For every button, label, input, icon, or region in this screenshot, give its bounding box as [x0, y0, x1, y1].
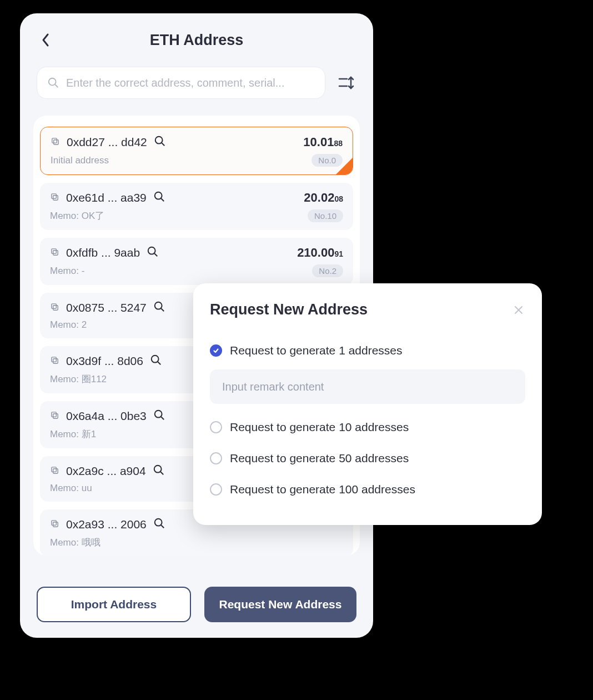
request-new-address-button[interactable]: Request New Address — [204, 587, 356, 622]
svg-point-31 — [154, 466, 161, 473]
svg-point-0 — [49, 78, 56, 86]
svg-rect-14 — [52, 248, 57, 253]
memo-text: Initial address — [51, 155, 109, 166]
svg-rect-33 — [53, 522, 58, 527]
option-label: Request to generate 10 addresses — [230, 421, 409, 434]
request-modal: Request New Address Request to generate … — [193, 283, 542, 525]
address-text: 0x0875 ... 5247 — [66, 301, 147, 314]
index-badge: No.10 — [308, 209, 343, 222]
option-label: Request to generate 50 addresses — [230, 452, 409, 465]
request-option[interactable]: Request to generate 1 addresses — [210, 335, 525, 366]
search-icon — [47, 77, 59, 89]
svg-line-1 — [55, 84, 58, 87]
svg-rect-29 — [53, 468, 58, 473]
memo-text: Memo: 圈112 — [50, 373, 107, 386]
copy-icon[interactable] — [50, 411, 59, 422]
address-text: 0x3d9f ... 8d06 — [66, 354, 143, 368]
radio-icon[interactable] — [210, 344, 222, 357]
view-icon[interactable] — [153, 191, 165, 205]
address-item[interactable]: 0xdd27 ... dd4210.0188Initial addressNo.… — [40, 127, 353, 175]
request-option[interactable]: Request to generate 50 addresses — [210, 443, 525, 474]
copy-icon[interactable] — [50, 192, 59, 204]
address-item[interactable]: 0xfdfb ... 9aab210.0091Memo: -No.2 — [40, 238, 353, 285]
svg-rect-10 — [52, 193, 57, 198]
modal-title: Request New Address — [210, 301, 368, 318]
search-box[interactable] — [37, 67, 325, 99]
svg-line-28 — [161, 417, 164, 419]
view-icon[interactable] — [150, 354, 162, 368]
memo-text: Memo: 哦哦 — [50, 536, 100, 549]
sort-button[interactable] — [336, 73, 356, 93]
option-label: Request to generate 100 addresses — [230, 483, 415, 496]
bottom-toolbar: Import Address Request New Address — [37, 587, 356, 622]
svg-line-8 — [162, 143, 164, 146]
remark-input[interactable] — [222, 381, 513, 393]
modal-header: Request New Address — [210, 301, 525, 318]
view-icon[interactable] — [153, 409, 165, 423]
svg-rect-34 — [52, 520, 57, 525]
svg-rect-9 — [53, 195, 58, 200]
svg-rect-21 — [53, 358, 58, 363]
memo-text: Memo: 2 — [50, 319, 87, 331]
header: ETH Address — [20, 13, 373, 67]
svg-point-35 — [155, 519, 162, 526]
svg-point-7 — [155, 137, 163, 144]
balance-value: 20.0208 — [304, 191, 343, 205]
option-label: Request to generate 1 addresses — [230, 344, 403, 357]
svg-line-20 — [161, 308, 164, 311]
svg-rect-26 — [52, 412, 57, 417]
svg-line-24 — [158, 362, 160, 364]
memo-text: Memo: OK了 — [50, 209, 104, 222]
address-text: 0x2a9c ... a904 — [66, 464, 146, 478]
svg-rect-25 — [53, 413, 58, 418]
view-icon[interactable] — [153, 464, 165, 478]
page-title: ETH Address — [150, 32, 244, 49]
svg-line-16 — [154, 253, 157, 256]
import-address-button[interactable]: Import Address — [37, 587, 191, 622]
address-text: 0xe61d ... aa39 — [66, 191, 147, 204]
address-text: 0x6a4a ... 0be3 — [66, 409, 147, 423]
memo-text: Memo: 新1 — [50, 428, 96, 441]
svg-point-15 — [148, 247, 155, 254]
svg-point-11 — [155, 192, 162, 199]
svg-rect-30 — [52, 467, 57, 472]
svg-line-36 — [161, 525, 164, 528]
back-button[interactable] — [37, 31, 54, 49]
view-icon[interactable] — [153, 517, 165, 532]
radio-icon[interactable] — [210, 452, 222, 464]
copy-icon[interactable] — [50, 302, 59, 314]
view-icon[interactable] — [154, 135, 166, 149]
radio-icon[interactable] — [210, 483, 222, 496]
remark-input-wrapper[interactable] — [210, 369, 525, 404]
copy-icon[interactable] — [51, 137, 60, 148]
svg-rect-6 — [52, 138, 57, 143]
modal-close-button[interactable] — [512, 303, 525, 317]
svg-line-32 — [160, 472, 163, 474]
search-input[interactable] — [66, 77, 315, 89]
copy-icon[interactable] — [50, 519, 59, 531]
copy-icon[interactable] — [50, 466, 59, 477]
balance-value: 210.0091 — [297, 246, 343, 260]
svg-rect-13 — [53, 250, 58, 255]
svg-rect-5 — [54, 139, 59, 144]
address-text: 0x2a93 ... 2006 — [66, 518, 147, 531]
close-icon — [514, 305, 524, 315]
request-option[interactable]: Request to generate 100 addresses — [210, 474, 525, 505]
address-text: 0xdd27 ... dd42 — [67, 136, 147, 149]
svg-point-19 — [155, 302, 162, 309]
sort-icon — [338, 76, 355, 90]
selected-corner-icon — [336, 158, 353, 174]
request-option[interactable]: Request to generate 10 addresses — [210, 412, 525, 443]
copy-icon[interactable] — [50, 247, 59, 259]
chevron-left-icon — [41, 32, 51, 48]
view-icon[interactable] — [153, 301, 165, 315]
copy-icon[interactable] — [50, 356, 59, 367]
search-row — [20, 67, 373, 104]
address-item[interactable]: 0xe61d ... aa3920.0208Memo: OK了No.10 — [40, 183, 353, 230]
index-badge: No.2 — [312, 264, 343, 277]
balance-value: 10.0188 — [303, 135, 343, 149]
view-icon[interactable] — [147, 246, 159, 260]
radio-icon[interactable] — [210, 421, 222, 433]
memo-text: Memo: - — [50, 266, 84, 277]
svg-rect-22 — [52, 357, 57, 362]
